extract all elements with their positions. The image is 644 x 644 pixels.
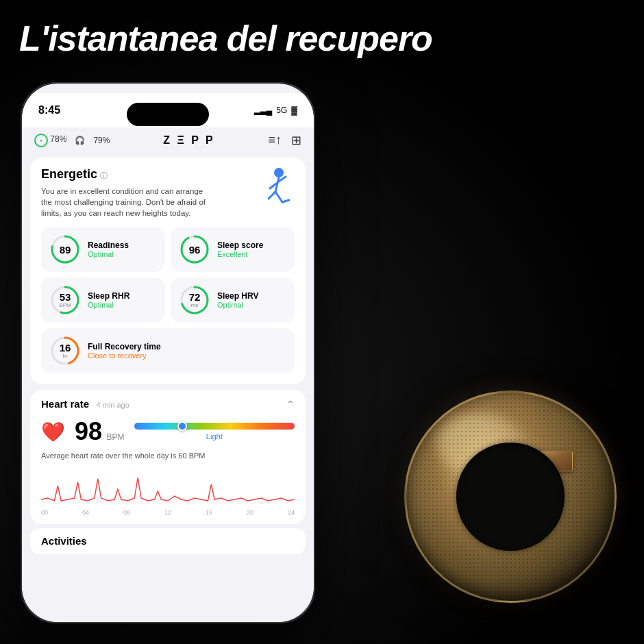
- smart-ring: [404, 391, 617, 603]
- network-label: 5G: [276, 106, 287, 115]
- header-left: ● 78% 🎧 79%: [34, 134, 110, 147]
- heart-rate-section: Heart rate 4 min ago ⌃ ❤️ 98 BPM: [30, 390, 306, 524]
- grid-icon[interactable]: ⊞: [291, 133, 301, 148]
- health-icon: 🎧: [75, 136, 85, 145]
- battery-pct: 78%: [50, 134, 66, 144]
- dynamic-island: [127, 103, 209, 126]
- activities-section: Activities: [30, 528, 306, 554]
- zone-label: Light: [134, 432, 295, 441]
- sleep-rhr-circle: 53 BPM: [49, 284, 81, 316]
- readiness-label: Readiness: [88, 240, 129, 250]
- runner-icon: [248, 164, 296, 212]
- sleep-rhr-unit: BPM: [59, 302, 71, 308]
- header-actions: ≡↑ ⊞: [268, 133, 301, 148]
- phone-frame: 8:45 ▂▃▄ 5G ▓ ● 78% 🎧: [21, 82, 315, 623]
- chart-label-04: 04: [82, 509, 89, 516]
- avg-heart-rate-text: Average heart rate over the whole day is…: [41, 451, 295, 460]
- recovery-time-label: Full Recovery time: [88, 342, 161, 351]
- energetic-info-icon[interactable]: ⓘ: [100, 171, 108, 179]
- phone-screen: 8:45 ▂▃▄ 5G ▓ ● 78% 🎧: [22, 84, 314, 622]
- heart-icon: ❤️: [41, 421, 65, 443]
- bpm-label: BPM: [107, 432, 125, 442]
- health-pct: 79%: [93, 136, 110, 145]
- heart-rate-header: Heart rate 4 min ago ⌃: [41, 398, 295, 410]
- chart-label-12: 12: [164, 509, 171, 516]
- sleep-hrv-label: Sleep HRV: [217, 291, 258, 301]
- metrics-grid: 89 Readiness Optimal: [41, 227, 295, 373]
- activities-title: Activities: [41, 535, 87, 547]
- readiness-status: Optimal: [88, 250, 129, 258]
- chart-label-00: 00: [41, 509, 48, 516]
- metric-sleep-rhr: 53 BPM Sleep RHR Optimal: [41, 277, 165, 323]
- heart-rate-title: Heart rate: [41, 398, 89, 410]
- sleep-hrv-unit: ms: [189, 302, 201, 308]
- screen-content[interactable]: ● 78% 🎧 79% Z Ξ P P ≡↑ ⊞: [22, 127, 314, 622]
- svg-point-0: [274, 168, 284, 177]
- svg-line-5: [269, 192, 275, 199]
- recovery-time-status: Close to recovery: [88, 351, 161, 360]
- sleep-rhr-label: Sleep RHR: [88, 291, 129, 301]
- sleep-hrv-circle: 72 ms: [179, 284, 210, 316]
- status-time: 8:45: [38, 104, 60, 116]
- phone-mockup: 8:45 ▂▃▄ 5G ▓ ● 78% 🎧: [21, 82, 315, 623]
- sleep-rhr-status: Optimal: [88, 301, 129, 309]
- sleep-score-value: 96: [189, 245, 201, 255]
- battery-ring-icon: ● 78%: [34, 134, 66, 147]
- app-name: Z Ξ P P: [163, 134, 214, 147]
- metric-sleep-hrv: 72 ms Sleep HRV Optimal: [171, 277, 295, 323]
- chart-label-08: 08: [123, 509, 130, 516]
- ring-body: [404, 391, 617, 603]
- bpm-value: 98: [75, 417, 102, 445]
- page-title: L'istantanea del recupero: [19, 19, 625, 58]
- sleep-rhr-value: 53: [59, 292, 71, 302]
- metric-sleep-score: 96 Sleep score Excellent: [171, 227, 295, 272]
- recovery-time-circle: 16 hr: [49, 335, 81, 367]
- sleep-hrv-status: Optimal: [217, 301, 258, 309]
- chart-label-24: 24: [288, 509, 295, 516]
- metric-recovery-time: 16 hr Full Recovery time Close to recove…: [41, 328, 295, 373]
- chart-label-16: 16: [206, 509, 212, 516]
- readiness-value: 89: [60, 245, 71, 255]
- heart-rate-chart: [41, 465, 295, 506]
- heart-rate-time: 4 min ago: [97, 401, 129, 409]
- sleep-score-status: Excellent: [217, 250, 263, 258]
- status-icons: ▂▃▄ 5G ▓: [254, 106, 297, 115]
- heart-rate-chevron[interactable]: ⌃: [286, 399, 295, 410]
- metric-readiness: 89 Readiness Optimal: [41, 227, 165, 272]
- signal-icon: ▂▃▄: [254, 106, 273, 115]
- app-header: ● 78% 🎧 79% Z Ξ P P ≡↑ ⊞: [22, 127, 314, 152]
- recovery-time-value: 16: [60, 343, 71, 353]
- status-bar: 8:45 ▂▃▄ 5G ▓: [22, 93, 314, 127]
- sleep-hrv-value: 72: [189, 292, 201, 302]
- ring-hole: [456, 443, 565, 551]
- recovery-time-unit: hr: [60, 353, 71, 359]
- svg-line-6: [282, 200, 289, 202]
- sleep-score-circle: 96: [179, 234, 210, 265]
- heart-zone-bar: Light: [134, 423, 295, 441]
- energetic-description: You are in excellent condition and can a…: [41, 186, 206, 219]
- chart-time-labels: 00 04 08 12 16 20 24: [41, 509, 295, 516]
- chart-label-20: 20: [247, 509, 253, 516]
- svg-line-3: [270, 184, 276, 188]
- energetic-title: Energetic: [41, 167, 97, 181]
- heart-rate-row: ❤️ 98 BPM Light: [41, 417, 295, 446]
- readiness-circle: 89: [49, 234, 81, 265]
- zone-indicator: [177, 421, 187, 431]
- main-recovery-card: Energetic ⓘ You are in excellent conditi…: [30, 158, 306, 384]
- battery-icon: ▓: [291, 106, 297, 115]
- svg-line-4: [275, 192, 282, 202]
- sleep-score-label: Sleep score: [217, 240, 263, 250]
- filter-icon[interactable]: ≡↑: [268, 133, 282, 148]
